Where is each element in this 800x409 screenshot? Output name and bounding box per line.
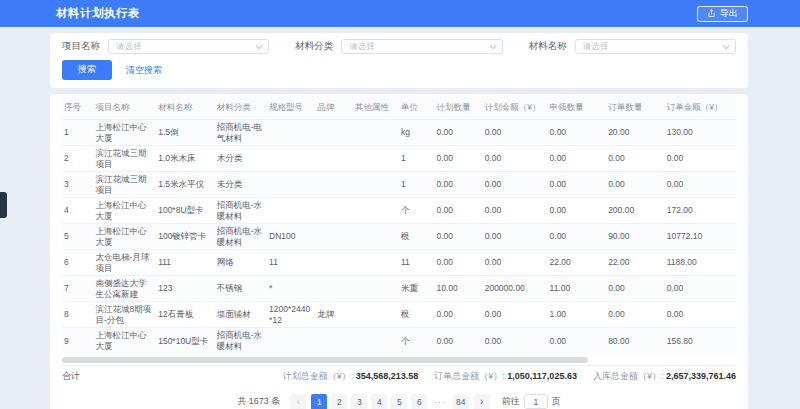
summary-item-value: 1,050,117,025.63 bbox=[507, 371, 577, 381]
search-button[interactable]: 搜索 bbox=[62, 60, 112, 80]
table-cell bbox=[353, 250, 399, 276]
table-cell: 网络 bbox=[215, 250, 267, 276]
pager-page-5[interactable]: 5 bbox=[391, 394, 407, 409]
table-cell: 22.00 bbox=[548, 250, 607, 276]
table-cell: 0.00 bbox=[606, 146, 665, 172]
chevron-down-icon bbox=[723, 42, 730, 49]
pager-page-6[interactable]: 6 bbox=[411, 394, 427, 409]
summary-item: 入库总金额（¥）: 2,657,339,761.46 bbox=[593, 370, 736, 383]
filter-select-material-name[interactable]: 请选择 bbox=[575, 39, 736, 54]
table-cell: 木分类 bbox=[215, 146, 267, 172]
table-cell: 1 bbox=[62, 120, 93, 146]
pager-page-4[interactable]: 4 bbox=[371, 394, 387, 409]
column-header: 规格型号 bbox=[267, 97, 315, 120]
column-header: 序号 bbox=[62, 97, 93, 120]
summary-totals: 计划总金额（¥）: 354,568,213.58订单总金额（¥）: 1,050,… bbox=[283, 370, 736, 383]
table-cell: * bbox=[267, 276, 315, 302]
goto-suffix: 页 bbox=[552, 395, 561, 408]
table-cell: 4 bbox=[62, 198, 93, 224]
export-button[interactable]: 导出 bbox=[697, 6, 748, 22]
scrollbar-thumb[interactable] bbox=[62, 357, 588, 363]
table-cell: 0.00 bbox=[665, 276, 736, 302]
summary-item-value: 2,657,339,761.46 bbox=[666, 371, 736, 381]
pager-prev-icon[interactable]: ‹ bbox=[290, 394, 306, 409]
table-cell: 0.00 bbox=[606, 276, 665, 302]
horizontal-scrollbar[interactable] bbox=[62, 357, 736, 363]
pager-page-1[interactable]: 1 bbox=[311, 394, 327, 409]
table-cell: 0.00 bbox=[606, 172, 665, 198]
table-cell: 0.00 bbox=[483, 198, 548, 224]
table-cell bbox=[353, 328, 399, 354]
column-header: 订单数量 bbox=[606, 97, 665, 120]
table-cell bbox=[315, 276, 353, 302]
table-row: 9上海松江中心大厦150*10U型卡招商机电-水暖材料个0.000.000.00… bbox=[62, 328, 736, 354]
goto-page-input[interactable] bbox=[524, 394, 548, 409]
table-cell: 80.00 bbox=[606, 328, 665, 354]
table-cell: 200000.00 bbox=[483, 276, 548, 302]
table-cell: 0.00 bbox=[548, 224, 607, 250]
table-cell: 0.00 bbox=[435, 302, 483, 328]
table-cell: 3 bbox=[62, 172, 93, 198]
table-row: 3滨江花城三期项目1.5米水平仪未分类10.000.000.000.000.00 bbox=[62, 172, 736, 198]
pagination: 共 1673 条 ‹ 123456···84 › 前往 页 bbox=[62, 387, 736, 409]
table-row: 2滨江花城三期项目1.0米木床木分类10.000.000.000.000.00 bbox=[62, 146, 736, 172]
column-header: 订单金额（¥） bbox=[665, 97, 736, 120]
table-cell: 0.00 bbox=[548, 198, 607, 224]
filter-panel: 项目名称请选择材料分类请选择材料名称请选择 搜索 清空搜索 bbox=[50, 33, 748, 88]
filter-actions: 搜索 清空搜索 bbox=[62, 60, 736, 80]
table-cell bbox=[267, 172, 315, 198]
pager-page-3[interactable]: 3 bbox=[351, 394, 367, 409]
table-cell: 0.00 bbox=[665, 302, 736, 328]
filter-placeholder: 请选择 bbox=[349, 41, 489, 53]
table-cell: 上海松江中心大厦 bbox=[93, 328, 156, 354]
table-cell: 10772.10 bbox=[665, 224, 736, 250]
table-cell bbox=[353, 146, 399, 172]
table-cell: 11 bbox=[267, 250, 315, 276]
column-header: 计划金额（¥） bbox=[483, 97, 548, 120]
table-row: 1上海松江中心大厦1.5倒招商机电-电气材料kg0.000.000.0020.0… bbox=[62, 120, 736, 146]
page-title: 材料计划执行表 bbox=[56, 6, 140, 21]
table-cell: 7 bbox=[62, 276, 93, 302]
filter-placeholder: 请选择 bbox=[583, 41, 723, 53]
table-cell: 0.00 bbox=[665, 146, 736, 172]
export-icon bbox=[707, 9, 716, 18]
column-header: 计划数量 bbox=[435, 97, 483, 120]
table-cell: 100*8U型卡 bbox=[156, 198, 215, 224]
table-cell bbox=[353, 120, 399, 146]
table-cell: 上海松江中心大厦 bbox=[93, 120, 156, 146]
table-cell: 0.00 bbox=[665, 172, 736, 198]
table-cell bbox=[315, 172, 353, 198]
filter-placeholder: 请选择 bbox=[116, 41, 256, 53]
table-row: 6太仓电梯-月球项目111网络11110.000.0022.0022.00118… bbox=[62, 250, 736, 276]
pager-page-84[interactable]: 84 bbox=[453, 394, 469, 409]
table-cell: 个 bbox=[399, 328, 435, 354]
column-header: 材料名称 bbox=[156, 97, 215, 120]
summary-item: 订单总金额（¥）: 1,050,117,025.63 bbox=[434, 370, 577, 383]
app-header: 材料计划执行表 导出 bbox=[0, 0, 800, 27]
table-cell: 22.00 bbox=[606, 250, 665, 276]
table-cell bbox=[267, 120, 315, 146]
table-cell: 根 bbox=[399, 224, 435, 250]
column-header: 单位 bbox=[399, 97, 435, 120]
filter-select-project-name[interactable]: 请选择 bbox=[108, 39, 269, 54]
filter-group-material-category: 材料分类请选择 bbox=[295, 39, 502, 54]
pagination-total: 共 1673 条 bbox=[237, 395, 280, 408]
table-cell bbox=[315, 198, 353, 224]
clear-search-button[interactable]: 清空搜索 bbox=[126, 64, 162, 77]
table-cell: 招商机电-水暖材料 bbox=[215, 198, 267, 224]
sidebar-toggle[interactable] bbox=[0, 192, 7, 218]
pager-ellipsis[interactable]: ··· bbox=[431, 394, 449, 409]
table-cell: 8 bbox=[62, 302, 93, 328]
table-cell bbox=[267, 198, 315, 224]
table-cell bbox=[267, 328, 315, 354]
table-cell bbox=[353, 276, 399, 302]
table-cell: 130.00 bbox=[665, 120, 736, 146]
pager-next-icon[interactable]: › bbox=[474, 394, 490, 409]
filter-group-project-name: 项目名称请选择 bbox=[62, 39, 269, 54]
pager-page-2[interactable]: 2 bbox=[331, 394, 347, 409]
table-cell: 1 bbox=[399, 146, 435, 172]
table-row: 5上海松江中心大厦100镀锌管卡招商机电-水暖材料DN100根0.000.000… bbox=[62, 224, 736, 250]
table-body: 1上海松江中心大厦1.5倒招商机电-电气材料kg0.000.000.0020.0… bbox=[62, 120, 736, 354]
filter-select-material-category[interactable]: 请选择 bbox=[341, 39, 502, 54]
pagination-goto: 前往 页 bbox=[502, 394, 561, 409]
